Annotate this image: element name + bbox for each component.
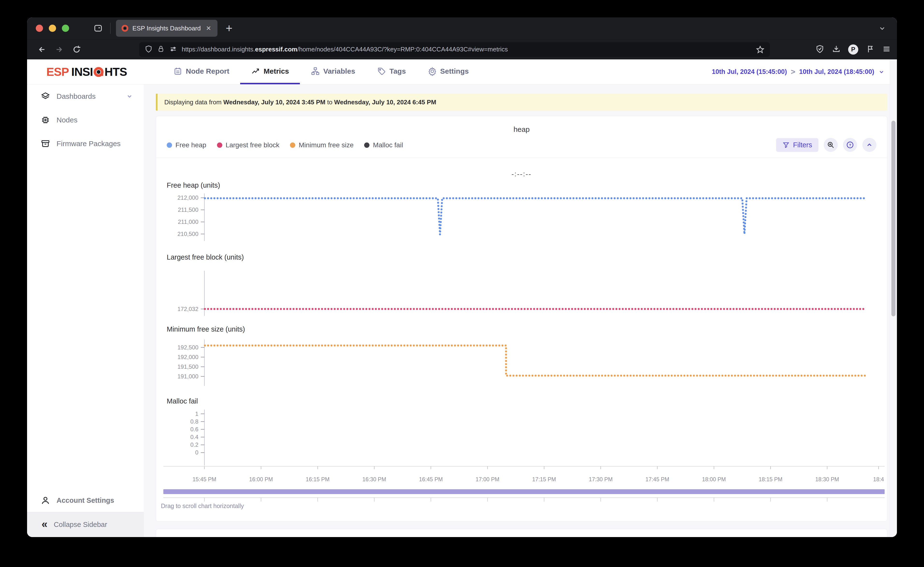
tab-settings[interactable]: Settings (417, 59, 480, 84)
tab-variables[interactable]: Variables (300, 59, 366, 84)
new-tab-button[interactable]: + (226, 22, 233, 34)
svg-text:16:45 PM: 16:45 PM (419, 476, 443, 483)
tab-list-chevron-icon[interactable] (878, 24, 886, 32)
tab-label: Variables (323, 67, 355, 75)
tab-title: ESP Insights Dashboard (132, 25, 201, 32)
svg-text:18:30 PM: 18:30 PM (815, 476, 839, 483)
tab-node-report[interactable]: Node Report (162, 59, 240, 84)
shield-icon[interactable] (144, 45, 153, 54)
svg-text:172,032: 172,032 (177, 306, 198, 312)
logo-eye-icon (93, 66, 104, 78)
tab-label: Metrics (264, 67, 289, 75)
drag-hint-text: Drag to scroll chart horizontally (161, 502, 244, 510)
esp-insights-logo[interactable]: ESPINSIHTS (47, 65, 127, 78)
chevron-down-icon[interactable] (126, 93, 133, 100)
chip-icon (41, 115, 50, 125)
back-icon[interactable] (35, 43, 48, 56)
forward-icon[interactable] (53, 43, 66, 56)
sidebar-item-nodes[interactable]: Nodes (27, 108, 144, 132)
menu-hamburger-icon[interactable] (882, 44, 891, 55)
svg-text:17:00 PM: 17:00 PM (476, 476, 499, 483)
page-scrollbar-thumb[interactable] (891, 121, 895, 316)
app-header: ESPINSIHTS Node Report Metrics Variables… (27, 59, 897, 84)
banner-middle: to (326, 99, 334, 106)
main-nav: Node Report Metrics Variables Tags Setti… (162, 59, 480, 84)
browser-window: ESP Insights Dashboard ✕ + (27, 17, 897, 537)
tab-separator (110, 23, 111, 34)
screenshot-stage: ESP Insights Dashboard ✕ + (0, 0, 924, 567)
tag-icon (377, 67, 386, 76)
browser-tab[interactable]: ESP Insights Dashboard ✕ (116, 20, 218, 37)
date-info-banner: Displaying data from Wednesday, July 10,… (156, 94, 887, 111)
box-icon (41, 139, 50, 148)
collapse-sidebar-button[interactable]: « Collapse Sidebar (27, 512, 144, 537)
logo-insi-text: INSI (71, 65, 93, 78)
profile-badge[interactable]: P (848, 44, 858, 55)
variables-icon (311, 67, 320, 76)
svg-text:17:45 PM: 17:45 PM (645, 476, 669, 483)
lock-icon[interactable] (157, 45, 165, 54)
svg-text:212,000: 212,000 (177, 194, 198, 201)
svg-text:15:45 PM: 15:45 PM (192, 476, 216, 483)
svg-text:16:00 PM: 16:00 PM (249, 476, 273, 483)
toolbar-icon-group: P (815, 44, 891, 55)
browser-toolbar: https://dashboard.insights.espressif.com… (27, 39, 897, 59)
page-content: Dashboards Nodes Firmware Packages Accou… (27, 84, 897, 537)
url-text[interactable]: https://dashboard.insights.espressif.com… (182, 46, 508, 53)
svg-text:210,500: 210,500 (177, 231, 198, 237)
collapse-sidebar-label: Collapse Sidebar (54, 520, 107, 529)
svg-text:18:00 PM: 18:00 PM (702, 476, 726, 483)
svg-text:0.6: 0.6 (191, 426, 198, 432)
tab-tags[interactable]: Tags (366, 59, 417, 84)
date-range-picker[interactable]: 10th Jul, 2024 (15:45:00) > 10th Jul, 20… (712, 68, 885, 76)
date-range-start: 10th Jul, 2024 (15:45:00) (712, 68, 787, 76)
url-prefix: https://dashboard.insights. (182, 46, 255, 53)
extension-icon[interactable] (865, 44, 875, 55)
sidebar-item-dashboards[interactable]: Dashboards (27, 84, 144, 108)
main-area: Displaying data from Wednesday, July 10,… (144, 84, 897, 537)
traffic-lights (36, 25, 69, 32)
svg-text:18:4: 18:4 (873, 476, 884, 483)
browser-tab-bar: ESP Insights Dashboard ✕ + (27, 17, 897, 39)
sidebar-spacer (27, 156, 144, 489)
account-settings-label: Account Settings (57, 496, 114, 504)
permissions-icon[interactable] (169, 45, 177, 54)
tab-metrics[interactable]: Metrics (240, 59, 300, 84)
svg-text:191,500: 191,500 (177, 363, 198, 370)
chevron-down-icon (878, 69, 885, 75)
sidebar-item-firmware-packages[interactable]: Firmware Packages (27, 132, 144, 156)
next-metrics-card (156, 529, 887, 537)
svg-text:211,000: 211,000 (178, 219, 198, 225)
svg-text:0: 0 (195, 449, 198, 456)
banner-end-date: Wednesday, July 10, 2024 6:45 PM (334, 99, 436, 106)
close-window-button[interactable] (36, 25, 43, 32)
logo-hts-text: HTS (104, 65, 127, 78)
download-icon[interactable] (832, 44, 841, 55)
tab-label: Tags (389, 67, 406, 75)
protections-shield-icon[interactable] (815, 44, 825, 55)
logo-esp-text: ESP (47, 65, 69, 78)
node-report-icon (173, 67, 182, 76)
sidebar-toggle-icon[interactable] (93, 23, 103, 33)
svg-text:211,500: 211,500 (178, 207, 198, 213)
layers-icon (41, 92, 50, 101)
svg-text:1: 1 (195, 411, 198, 417)
maximize-window-button[interactable] (62, 25, 69, 32)
url-domain: espressif.com (255, 46, 297, 53)
reload-icon[interactable] (70, 43, 83, 56)
svg-text:192,000: 192,000 (177, 354, 198, 360)
date-range-end: 10th Jul, 2024 (18:45:00) (799, 68, 874, 76)
svg-text:191,000: 191,000 (177, 373, 198, 380)
charts-plot-area[interactable]: 212,000211,500211,000210,500172,032192,5… (156, 116, 887, 522)
minimize-window-button[interactable] (49, 25, 56, 32)
tab-label: Settings (440, 67, 469, 75)
sidebar-item-account-settings[interactable]: Account Settings (27, 489, 144, 512)
bookmark-star-icon[interactable] (756, 45, 765, 54)
collapse-chevrons-icon: « (42, 519, 47, 530)
tab-close-icon[interactable]: ✕ (205, 25, 212, 32)
metrics-icon (251, 67, 260, 76)
url-bar[interactable]: https://dashboard.insights.espressif.com… (139, 42, 770, 57)
sidebar-item-label: Dashboards (57, 92, 96, 100)
horizontal-scrollbar[interactable] (163, 489, 885, 494)
tab-favicon (121, 25, 129, 32)
